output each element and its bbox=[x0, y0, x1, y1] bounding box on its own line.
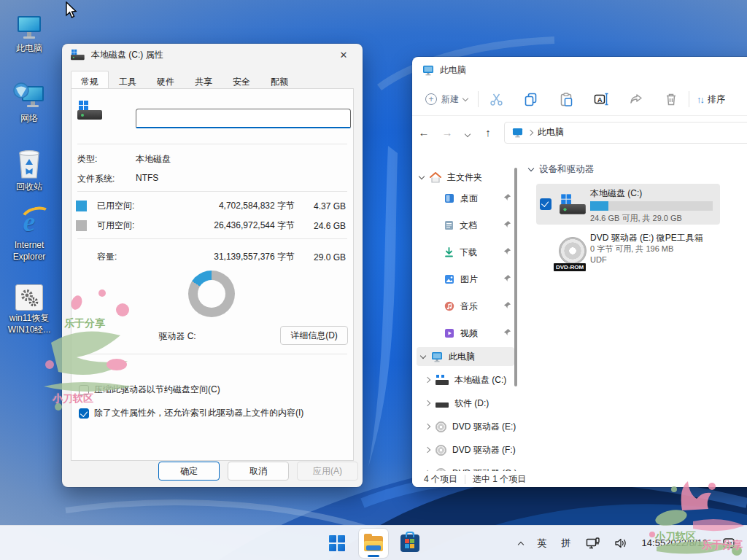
sidebar-scrollbar[interactable] bbox=[514, 168, 517, 386]
breadcrumb-location[interactable]: 此电脑 bbox=[538, 126, 564, 139]
volume-icon[interactable] bbox=[608, 529, 633, 558]
sidebar-item-dvd-f[interactable]: DVD 驱动器 (F:) bbox=[425, 440, 519, 459]
cancel-button[interactable]: 取消 bbox=[228, 462, 289, 481]
apply-button[interactable]: 应用(A) bbox=[297, 462, 358, 481]
paste-button[interactable] bbox=[549, 86, 584, 112]
sidebar-label: 视频 bbox=[460, 327, 478, 340]
used-space-row: 已用空间: 4,702,584,832 字节 4.37 GB bbox=[76, 200, 346, 212]
chevron-right-icon[interactable] bbox=[425, 424, 430, 429]
disc-icon bbox=[436, 421, 446, 432]
taskbar-file-explorer[interactable] bbox=[359, 529, 388, 558]
desktop-icon-recycle-bin[interactable]: 回收站 bbox=[1, 147, 58, 193]
cut-button[interactable] bbox=[479, 86, 514, 112]
drive-icon bbox=[436, 375, 449, 385]
details-button[interactable]: 详细信息(D) bbox=[280, 326, 348, 345]
selected-checkbox[interactable] bbox=[540, 198, 551, 210]
sidebar-item-drive-c[interactable]: 本地磁盘 (C:) bbox=[425, 370, 519, 389]
sidebar-label: 下载 bbox=[460, 246, 477, 259]
forward-button[interactable]: → bbox=[436, 126, 459, 139]
divider bbox=[77, 144, 347, 144]
share-button[interactable] bbox=[619, 86, 654, 112]
chevron-down-icon[interactable] bbox=[420, 352, 426, 358]
rename-icon: A bbox=[594, 93, 609, 106]
sidebar-item-home[interactable]: 主文件夹 bbox=[419, 168, 514, 187]
explorer-toolbar: + 新建 A ↑↓ bbox=[412, 83, 747, 115]
sidebar-item-music[interactable]: 音乐 bbox=[444, 297, 517, 316]
explorer-titlebar[interactable]: 此电脑 bbox=[412, 57, 476, 83]
group-header-label: 设备和驱动器 bbox=[539, 163, 594, 176]
sidebar-label: 音乐 bbox=[460, 300, 478, 313]
notification-center-icon[interactable]: zz bbox=[716, 529, 741, 558]
compress-checkbox-row[interactable]: 压缩此驱动器以节约磁盘空间(C) bbox=[79, 384, 220, 396]
sidebar-label: 文档 bbox=[460, 219, 477, 232]
ok-button[interactable]: 确定 bbox=[158, 462, 220, 481]
share-icon bbox=[630, 93, 643, 106]
chevron-up-icon bbox=[517, 541, 523, 547]
pin-icon bbox=[503, 247, 511, 257]
taskbar-clock[interactable]: 14:55 2022/8/12 bbox=[636, 529, 713, 558]
scissors-icon bbox=[489, 93, 503, 106]
drive-letter-label: 驱动器 C: bbox=[71, 330, 283, 343]
hidden-icons-button[interactable] bbox=[513, 529, 529, 558]
sidebar-item-this-pc[interactable]: 此电脑 bbox=[417, 347, 514, 366]
back-button[interactable]: ← bbox=[412, 126, 436, 139]
sidebar-item-drive-d[interactable]: 软件 (D:) bbox=[425, 394, 519, 413]
sidebar-label: 本地磁盘 (C:) bbox=[454, 374, 506, 386]
dvd-disc-icon bbox=[559, 237, 587, 265]
ime-pinyin-indicator[interactable]: 拼 bbox=[556, 529, 577, 558]
drive-icon bbox=[71, 50, 79, 60]
address-breadcrumb[interactable]: 此电脑 bbox=[504, 122, 747, 144]
start-button[interactable] bbox=[322, 529, 352, 558]
taskbar-microsoft-store[interactable] bbox=[395, 529, 425, 558]
desktop-icon-network[interactable]: 网络 bbox=[1, 79, 58, 125]
pin-icon bbox=[503, 328, 511, 338]
type-label: 类型: bbox=[77, 153, 136, 166]
rename-button[interactable]: A bbox=[584, 86, 619, 112]
desktop-icon-internet-explorer[interactable]: e Internet Explorer bbox=[1, 206, 58, 262]
sidebar-item-dvd-g[interactable]: DVD 驱动器 (G:) bbox=[425, 464, 519, 471]
sort-button[interactable]: ↑↓ 排序 bbox=[689, 93, 732, 106]
recycle-bin-icon bbox=[1, 147, 58, 179]
index-checkbox-row[interactable]: 除了文件属性外，还允许索引此驱动器上文件的内容(I) bbox=[79, 407, 303, 419]
explorer-window: 此电脑 + 新建 A bbox=[412, 57, 747, 487]
filesystem-value: NTFS bbox=[136, 173, 158, 185]
sidebar-item-videos[interactable]: 视频 bbox=[444, 324, 517, 343]
file-item-local-disk-c[interactable]: 本地磁盘 (C:) 24.6 GB 可用, 共 29.0 GB bbox=[536, 184, 720, 225]
up-button[interactable]: ↑ bbox=[476, 126, 500, 139]
chevron-right-icon[interactable] bbox=[425, 377, 430, 383]
videos-icon bbox=[444, 328, 454, 338]
explorer-title: 此电脑 bbox=[440, 64, 466, 77]
chevron-right-icon[interactable] bbox=[425, 447, 430, 453]
home-icon bbox=[430, 172, 441, 183]
close-button[interactable]: ✕ bbox=[329, 45, 358, 64]
copy-button[interactable] bbox=[514, 86, 549, 112]
network-icon[interactable] bbox=[580, 529, 605, 558]
new-button[interactable]: + 新建 bbox=[412, 93, 478, 106]
file-item-dvd-e[interactable]: DVD-ROM DVD 驱动器 (E:) 微PE工具箱 0 字节 可用, 共 1… bbox=[536, 230, 720, 271]
general-tab-page: 类型: 本地磁盘 文件系统: NTFS 已用空间: 4,702,584,832 … bbox=[71, 88, 354, 461]
new-label: 新建 bbox=[441, 93, 459, 106]
volume-label-input[interactable] bbox=[136, 109, 351, 128]
dialog-titlebar[interactable]: 本地磁盘 (C:) 属性 bbox=[62, 44, 363, 66]
desktop-icon-win11-restore[interactable]: win11恢复 WIN10经... bbox=[1, 279, 58, 335]
svg-text:A: A bbox=[597, 96, 603, 104]
checkbox-unchecked[interactable] bbox=[79, 385, 89, 395]
drive-name: 本地磁盘 (C:) bbox=[590, 187, 713, 199]
checkbox-checked[interactable] bbox=[79, 408, 89, 419]
sidebar-item-dvd-e[interactable]: DVD 驱动器 (E:) bbox=[425, 417, 519, 436]
sidebar-item-pictures[interactable]: 图片 bbox=[444, 270, 517, 289]
recent-locations-button[interactable] bbox=[459, 126, 476, 139]
sort-label: 排序 bbox=[708, 93, 725, 106]
chevron-right-icon[interactable] bbox=[425, 400, 430, 406]
desktop-icon-label: win11恢复 WIN10经... bbox=[1, 313, 58, 335]
desktop-icon-this-pc[interactable]: 此电脑 bbox=[1, 9, 58, 55]
chevron-down-icon[interactable] bbox=[419, 173, 425, 179]
selected-count: 选中 1 个项目 bbox=[473, 473, 526, 486]
copy-icon bbox=[525, 93, 538, 106]
sidebar-item-desktop[interactable]: 桌面 bbox=[444, 189, 517, 208]
group-header-devices[interactable]: 设备和驱动器 bbox=[529, 163, 594, 176]
delete-button[interactable] bbox=[654, 86, 689, 112]
ime-language-indicator[interactable]: 英 bbox=[532, 529, 553, 558]
sidebar-item-downloads[interactable]: 下载 bbox=[444, 243, 517, 262]
sidebar-item-documents[interactable]: 文档 bbox=[444, 216, 517, 235]
